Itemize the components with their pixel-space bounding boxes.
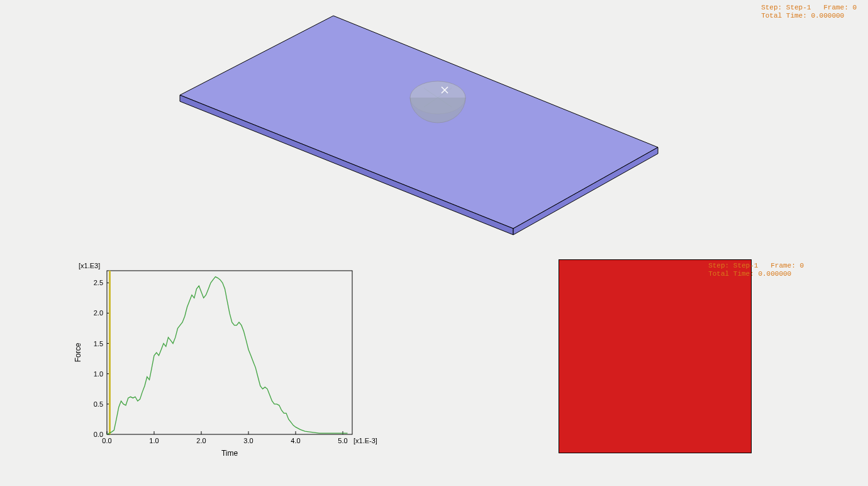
y-axis-label: Force — [74, 342, 82, 362]
plot-frame — [107, 271, 352, 434]
x-tick-label: 1.0 — [149, 437, 159, 444]
y-multiplier: [x1.E3] — [79, 262, 100, 269]
x-tick-label: 3.0 — [243, 437, 253, 444]
secondary-viewport[interactable] — [559, 259, 752, 453]
x-multiplier: [x1.E-3] — [353, 437, 377, 444]
status-overlay-bottom: Step: Step-1 Frame: 0 Total Time: 0.0000… — [708, 262, 804, 278]
status-line2: Total Time: 0.000000 — [708, 270, 791, 278]
y-tick-label: 0.5 — [94, 400, 103, 408]
status-overlay-top: Step: Step-1 Frame: 0 Total Time: 0.0000… — [761, 4, 857, 20]
x-tick-label: 2.0 — [196, 437, 206, 444]
x-tick-label: 5.0 — [338, 437, 347, 444]
series-line — [107, 277, 348, 434]
xy-plot[interactable]: 0.00.51.01.52.02.50.01.02.03.04.05.0[x1.… — [69, 258, 377, 466]
x-axis-label: Time — [221, 449, 238, 458]
x-tick-label: 0.0 — [102, 437, 111, 444]
y-tick-label: 2.0 — [94, 309, 103, 317]
y-tick-label: 1.0 — [94, 370, 103, 378]
y-tick-label: 1.5 — [94, 340, 103, 348]
viewport-3d[interactable] — [0, 0, 868, 252]
status-line1: Step: Step-1 Frame: 0 — [708, 262, 804, 269]
status-line1: Step: Step-1 Frame: 0 — [761, 4, 857, 11]
y-tick-label: 2.5 — [94, 279, 103, 286]
x-tick-label: 4.0 — [291, 437, 300, 444]
status-line2: Total Time: 0.000000 — [761, 12, 844, 20]
